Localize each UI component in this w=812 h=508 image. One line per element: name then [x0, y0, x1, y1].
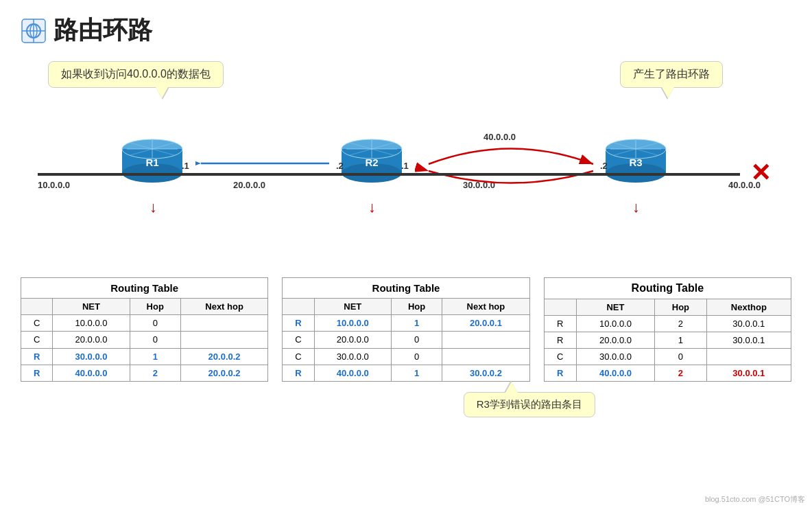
table-row: C 30.0.0.0 0 — [544, 349, 791, 365]
svg-text:R3: R3 — [629, 157, 642, 168]
ip-40: 40.0.0.0 — [728, 180, 761, 190]
ip-10: 10.0.0.0 — [38, 180, 70, 190]
router-r2-icon: R2 — [339, 137, 405, 190]
table-row: C 20.0.0.0 0 — [283, 332, 529, 348]
table-row: C 20.0.0.0 0 — [21, 332, 268, 348]
router-r1-icon: R1 — [120, 137, 185, 190]
table-title-r1: Routing Table — [21, 278, 268, 299]
table-row: R 10.0.0.0 1 20.0.0.1 — [283, 315, 529, 332]
table-row: R 30.0.0.0 1 20.0.0.2 — [21, 348, 268, 365]
port-r2-left: .2 — [336, 161, 344, 171]
router-r3: R3 — [604, 137, 669, 193]
ip-20: 20.0.0.0 — [233, 180, 265, 190]
table-title-r3: Routing Table — [544, 278, 791, 299]
arrow-left-blue — [195, 156, 333, 171]
down-arrow-r2: ↓ — [368, 198, 376, 216]
diagram-area: 如果收到访问40.0.0.0的数据包 产生了路由环路 — [21, 58, 791, 270]
callout-bottom-text: R3学到错误的路由条目 — [477, 398, 582, 410]
router-r3-icon: R3 — [604, 137, 669, 190]
table-row: C 30.0.0.0 0 — [283, 348, 529, 365]
network-line — [38, 173, 740, 176]
down-arrow-r3: ↓ — [632, 198, 640, 216]
table-row: R 40.0.0.0 1 30.0.0.2 — [283, 365, 529, 381]
watermark: blog.51cto.com @51CTO博客 — [705, 494, 805, 505]
router-r1: R1 — [120, 137, 185, 193]
port-r1-right: .1 — [182, 161, 189, 171]
table-row: C 10.0.0.0 0 — [21, 315, 268, 332]
svg-text:R2: R2 — [365, 157, 378, 168]
page-title: 路由环路 — [53, 14, 152, 47]
table-row: R 20.0.0.0 1 30.0.0.1 — [544, 332, 791, 349]
callout-left-text: 如果收到访问40.0.0.0的数据包 — [61, 68, 211, 80]
table-title-r2: Routing Table — [283, 278, 529, 299]
callout-left: 如果收到访问40.0.0.0的数据包 — [48, 61, 224, 88]
title-area: 路由环路 — [21, 14, 791, 47]
callout-right: 产生了路由环路 — [620, 61, 723, 88]
network-icon — [21, 18, 47, 44]
col-type-r1 — [21, 299, 53, 315]
main-container: 路由环路 如果收到访问40.0.0.0的数据包 产生了路由环路 — [0, 0, 812, 508]
callout-bottom: R3学到错误的路由条目 — [464, 392, 595, 417]
table-row: R 40.0.0.0 2 20.0.0.2 — [21, 365, 268, 381]
routing-table-r1: Routing Table NET Hop Next hop C 10.0.0.… — [21, 277, 268, 382]
table-row: R 10.0.0.0 2 30.0.0.1 — [544, 316, 791, 332]
router-r2: R2 — [339, 137, 405, 193]
col-net-r1: NET — [53, 299, 130, 315]
routing-table-r2: Routing Table NET Hop Next hop R 10.0.0.… — [282, 277, 529, 382]
svg-text:40.0.0.0: 40.0.0.0 — [483, 132, 516, 142]
table-row: R 40.0.0.0 2 30.0.0.1 — [544, 365, 791, 382]
col-hop-r1: Hop — [130, 299, 180, 315]
down-arrow-r1: ↓ — [150, 198, 157, 216]
routing-table-r3: Routing Table NET Hop Nexthop R 10.0.0.0… — [544, 277, 791, 382]
port-r2-right: .1 — [401, 161, 409, 171]
svg-text:R1: R1 — [145, 157, 158, 168]
callout-right-text: 产生了路由环路 — [633, 68, 710, 80]
col-nexthop-r1: Next hop — [180, 299, 267, 315]
loop-arrows: 40.0.0.0 — [415, 126, 607, 188]
tables-area: Routing Table NET Hop Next hop C 10.0.0.… — [21, 277, 791, 382]
